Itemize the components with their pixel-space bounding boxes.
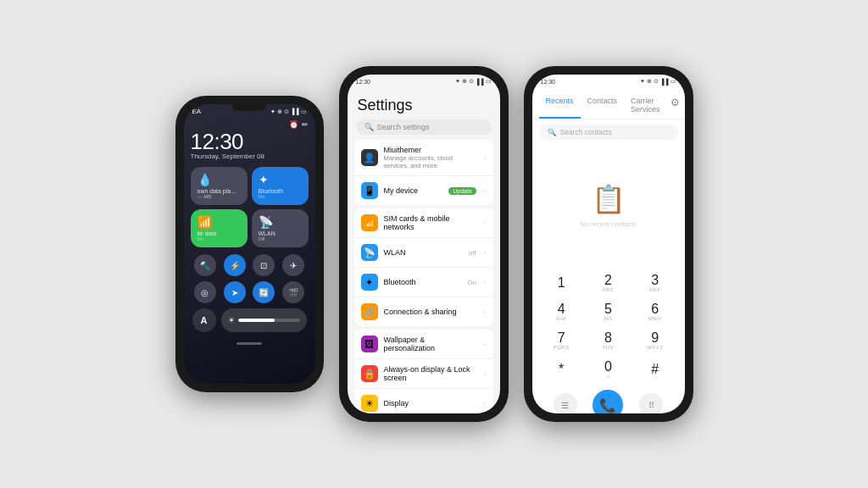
wifi-icon: ⊕	[277, 108, 282, 115]
bluetooth-tile-label: Bluetooth	[259, 188, 302, 194]
mobile-tile-label: ile data	[198, 230, 241, 236]
settings-item-sim[interactable]: 📶 SIM cards & mobile networks ›	[354, 208, 493, 238]
dial-key-6[interactable]: 6 MNO	[632, 298, 677, 325]
dial-key-3[interactable]: 3 DEF	[632, 269, 677, 297]
notch-2	[407, 75, 441, 81]
dial-key-hash[interactable]: #	[632, 356, 677, 383]
dial-key-0[interactable]: 0 +	[586, 356, 631, 383]
chevron-icon-5: ›	[484, 279, 487, 286]
settings-screen: 12:30 ✦ ⊕ ⊙ ▐▐ ▭ Settings 🔍 Search setti…	[348, 75, 500, 413]
wlan-title: WLAN	[384, 248, 464, 257]
cc-screen-btn[interactable]: ⊡	[253, 254, 275, 276]
wlan-tile-sub: Off	[259, 236, 302, 241]
settings-search-bar[interactable]: 🔍 Search settings	[356, 119, 492, 135]
chevron-icon-3: ›	[484, 219, 487, 227]
cc-airplane-btn[interactable]: ✈	[282, 254, 304, 276]
letters-4: GHI	[556, 316, 566, 321]
s-signal: ▐▐	[476, 79, 484, 85]
settings-item-wallpaper[interactable]: 🖼 Wallpaper & personalization ›	[354, 330, 493, 359]
cc-flashlight-btn[interactable]: 🔦	[194, 254, 216, 276]
settings-item-bluetooth[interactable]: ✦ Bluetooth On ›	[354, 268, 493, 297]
dial-key-2[interactable]: 2 ABC	[586, 269, 631, 297]
settings-content: Settings 🔍 Search settings 👤 Miuithemer …	[348, 86, 500, 413]
d-wifi-icon: ⊕	[647, 78, 652, 85]
display-title: Display	[384, 399, 476, 408]
wlan-tile-label: WLAN	[259, 230, 302, 236]
data-tile-sub: — MB	[198, 194, 241, 199]
cc-edit-icon: ✏	[302, 120, 309, 129]
cc-a-button[interactable]: A	[192, 308, 216, 332]
dial-key-8[interactable]: 8 TUV	[586, 327, 631, 354]
chevron-icon-4: ›	[484, 249, 487, 257]
wallpaper-text: Wallpaper & personalization	[384, 336, 476, 352]
cc-top-icons: ⏰ ✏	[191, 120, 309, 129]
dialer-screen: 12:30 ✦ ⊕ ⊙ ▐▐ ▭ Recents Contacts Carrie…	[532, 75, 685, 413]
digit-6: 6	[651, 302, 659, 316]
bt-icon: ✦	[270, 108, 275, 115]
digit-8: 8	[604, 331, 612, 345]
dial-key-7[interactable]: 7 PQRS	[539, 327, 584, 354]
status-left-label: EA	[192, 108, 202, 115]
dial-key-star[interactable]: *	[539, 356, 584, 383]
cc-tile-wlan[interactable]: 📡 WLAN Off	[252, 209, 309, 247]
tab-recents[interactable]: Recents	[539, 93, 581, 119]
connection-title: Connection & sharing	[384, 308, 476, 316]
cc-brightness-control[interactable]: ☀	[221, 308, 307, 332]
contacts-search-placeholder: Search contacts	[560, 128, 612, 136]
brightness-fill	[238, 319, 275, 322]
contacts-empty-icon: 📋	[592, 183, 626, 215]
mobile-tile-sub: On	[198, 236, 241, 241]
dial-menu-button[interactable]: ☰	[554, 393, 577, 413]
miuithemer-sub: Manage accounts, cloud services, and mor…	[384, 154, 476, 169]
settings-item-connection[interactable]: 🔗 Connection & sharing ›	[354, 297, 493, 326]
letters-2: ABC	[603, 287, 615, 292]
cc-circle-row-2: ◎ ➤ 🔄 🎬	[191, 281, 309, 303]
dial-key-1[interactable]: 1	[539, 269, 584, 297]
contacts-search-bar[interactable]: 🔍 Search contacts	[539, 125, 678, 140]
data-tile-label: own data pla...	[198, 188, 241, 194]
wlan-value: off	[469, 249, 476, 257]
digit-7: 7	[558, 331, 565, 345]
dial-key-5[interactable]: 5 JKL	[586, 298, 631, 325]
cc-alarm-icon: ⏰	[289, 120, 298, 129]
cc-camera-btn[interactable]: 🎬	[282, 281, 304, 303]
cc-tile-mobile[interactable]: 📶 ile data On	[191, 209, 248, 247]
bluetooth-icon: ✦	[361, 274, 378, 291]
wallpaper-icon: 🖼	[361, 336, 378, 352]
settings-item-display[interactable]: ☀ Display ›	[354, 389, 493, 413]
bluetooth-text: Bluetooth	[384, 278, 462, 286]
dial-keypad-button[interactable]: ⠿	[639, 393, 663, 413]
dial-keypad: 1 2 ABC 3 DEF 4 GHI 5 JKL	[532, 266, 685, 386]
cc-eye-btn[interactable]: ◎	[194, 281, 216, 303]
signal-icon: ▐▐	[291, 108, 299, 114]
digit-5: 5	[604, 302, 612, 316]
s-battery: ▭	[486, 78, 492, 85]
digit-1: 1	[558, 276, 565, 290]
cc-tile-data[interactable]: 💧 own data pla... — MB	[191, 167, 248, 205]
status-icons-1: ✦ ⊕ ⊙ ▐▐ ▭	[270, 108, 307, 115]
dial-key-4[interactable]: 4 GHI	[539, 298, 584, 325]
tab-carrier-services[interactable]: Carrier Services	[624, 93, 667, 119]
digit-hash: #	[651, 363, 659, 376]
d-eye-icon: ⊙	[654, 78, 659, 85]
mydevice-icon: 📱	[361, 182, 378, 199]
eye-icon: ⊙	[284, 108, 289, 115]
cc-tile-bluetooth[interactable]: ✦ Bluetooth On	[252, 167, 309, 205]
dial-key-9[interactable]: 9 WXYZ	[632, 327, 677, 354]
s-wifi-icon: ⊕	[462, 78, 467, 85]
settings-item-miuithemer[interactable]: 👤 Miuithemer Manage accounts, cloud serv…	[354, 140, 493, 176]
chevron-icon-7: ›	[484, 341, 487, 348]
cc-lightning-btn[interactable]: ⚡	[224, 254, 246, 276]
settings-item-lockscreen[interactable]: 🔒 Always-on display & Lock screen ›	[354, 359, 493, 389]
cc-content: ⏰ ✏ 12:30 Thursday, September 08 💧 own d…	[184, 117, 315, 339]
settings-status-icons: ✦ ⊕ ⊙ ▐▐ ▭	[455, 78, 492, 85]
d-bt-icon: ✦	[640, 78, 645, 85]
cc-location-btn[interactable]: ➤	[224, 281, 246, 303]
dial-call-button[interactable]: 📞	[593, 390, 623, 413]
settings-item-mydevice[interactable]: 📱 My device Update ›	[354, 176, 493, 205]
settings-item-wlan[interactable]: 📡 WLAN off ›	[354, 238, 493, 268]
cc-rotate-btn[interactable]: 🔄	[253, 281, 275, 303]
tab-contacts[interactable]: Contacts	[581, 93, 625, 119]
settings-gear-icon[interactable]: ⚙	[667, 93, 683, 119]
miuithemer-text: Miuithemer Manage accounts, cloud servic…	[384, 146, 476, 169]
